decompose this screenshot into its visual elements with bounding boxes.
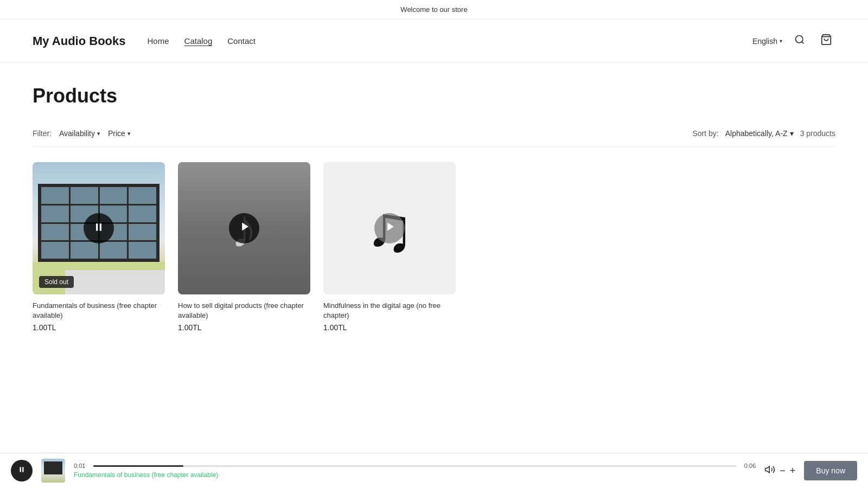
product-card-1[interactable]: Sold out Fundamentals of business (free … (33, 162, 165, 332)
product-image-2[interactable]: ♪ (178, 162, 310, 294)
product-image-1[interactable]: Sold out (33, 162, 165, 294)
svg-marker-5 (242, 223, 248, 231)
price-chevron-icon: ▾ (127, 130, 131, 137)
product-price-3: 1.00TL (323, 323, 456, 332)
filter-label: Filter: (33, 129, 52, 138)
price-label: Price (108, 129, 125, 138)
language-chevron-icon: ▾ (780, 38, 782, 44)
sort-chevron-icon: ▾ (790, 129, 794, 138)
page-title: Products (33, 85, 835, 107)
search-button[interactable] (791, 31, 808, 51)
product-name-1: Fundamentals of business (free chapter a… (33, 301, 165, 320)
sold-out-badge: Sold out (39, 276, 74, 288)
availability-chevron-icon: ▾ (97, 130, 100, 137)
header-right: English ▾ (752, 30, 835, 52)
product-count: 3 products (800, 129, 835, 138)
product-image-3[interactable]: ♫ (323, 162, 456, 294)
pause-icon (93, 222, 104, 235)
site-title[interactable]: My Audio Books (33, 34, 126, 48)
cart-button[interactable] (817, 30, 835, 52)
search-icon (794, 34, 805, 48)
top-banner: Welcome to our store (0, 0, 868, 20)
product-name-3: Mindfulness in the digital age (no free … (323, 301, 456, 320)
products-grid: Sold out Fundamentals of business (free … (33, 162, 835, 332)
play-overlay-2[interactable] (229, 213, 259, 243)
banner-text: Welcome to our store (400, 5, 467, 14)
svg-rect-4 (100, 223, 101, 230)
nav-catalog[interactable]: Catalog (184, 36, 213, 46)
header-left: My Audio Books Home Catalog Contact (33, 34, 256, 48)
sort-button[interactable]: Alphabetically, A-Z ▾ (725, 129, 794, 138)
product-price-1: 1.00TL (33, 323, 165, 332)
product-card-3[interactable]: ♫ Mindfulness in the digital age (no fre… (323, 162, 456, 332)
pause-overlay-1[interactable] (84, 213, 114, 243)
availability-filter[interactable]: Availability ▾ (59, 129, 100, 138)
sort-value: Alphabetically, A-Z (725, 129, 788, 138)
play-overlay-3[interactable] (374, 213, 405, 243)
main-nav: Home Catalog Contact (148, 36, 256, 46)
sort-right: Sort by: Alphabetically, A-Z ▾ 3 product… (692, 129, 835, 138)
svg-rect-3 (96, 223, 98, 230)
cart-icon (820, 34, 832, 48)
product-name-2: How to sell digital products (free chapt… (178, 301, 310, 320)
play-icon (240, 221, 251, 235)
play-icon-3 (385, 221, 396, 235)
sort-label: Sort by: (692, 129, 718, 138)
nav-home[interactable]: Home (148, 36, 169, 46)
language-selector[interactable]: English ▾ (752, 37, 782, 46)
language-label: English (752, 37, 777, 46)
svg-marker-6 (387, 223, 394, 231)
product-card-2[interactable]: ♪ How to sell digital products (free cha… (178, 162, 310, 332)
price-filter[interactable]: Price ▾ (108, 129, 131, 138)
product-price-2: 1.00TL (178, 323, 310, 332)
svg-line-1 (802, 42, 804, 44)
ground-path (65, 270, 165, 294)
filter-left: Filter: Availability ▾ Price ▾ (33, 129, 131, 138)
availability-label: Availability (59, 129, 95, 138)
header: My Audio Books Home Catalog Contact Engl… (0, 20, 868, 63)
filter-bar: Filter: Availability ▾ Price ▾ Sort by: … (33, 129, 835, 147)
main-content: Products Filter: Availability ▾ Price ▾ … (0, 63, 868, 375)
nav-contact[interactable]: Contact (227, 36, 256, 46)
svg-point-0 (796, 36, 803, 43)
